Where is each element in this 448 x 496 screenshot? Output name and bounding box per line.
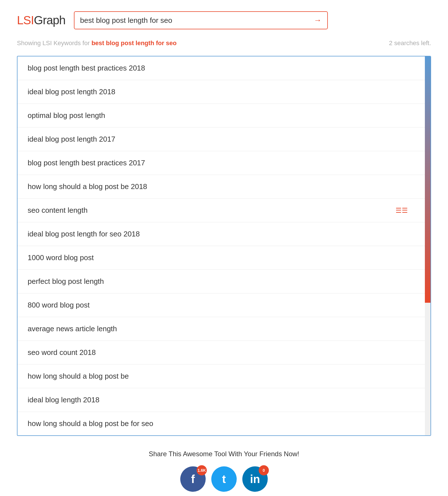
logo-lsi: LSI — [17, 14, 34, 27]
twitter-icon: t — [222, 473, 226, 486]
result-text: 800 word blog post — [28, 301, 416, 310]
list-item[interactable]: how long should a blog post be — [17, 365, 431, 388]
header: LSIGraph → — [17, 11, 431, 29]
result-text: optimal blog post length — [28, 111, 416, 120]
search-bar[interactable]: → — [74, 11, 328, 29]
linkedin-icon: in — [250, 473, 260, 486]
list-item[interactable]: 800 word blog post — [17, 293, 431, 317]
subtitle-text: Showing LSI Keywords for best blog post … — [17, 39, 177, 47]
facebook-badge: 1.6K — [197, 465, 207, 475]
result-text: 1000 word blog post — [28, 253, 416, 262]
result-text: perfect blog post length — [28, 277, 416, 286]
list-item[interactable]: optimal blog post length — [17, 104, 431, 128]
result-text: blog post length best practices 2017 — [28, 159, 416, 167]
list-item[interactable]: ideal blog post length for seo 2018 — [17, 222, 431, 246]
scrollbar-thumb[interactable] — [425, 56, 431, 303]
list-item[interactable]: ideal blog post length 2017 — [17, 128, 431, 151]
subtitle-keyword: best blog post length for seo — [91, 39, 177, 47]
result-text: ideal blog post length for seo 2018 — [28, 230, 416, 238]
list-item[interactable]: blog post length best practices 2017 — [17, 151, 431, 175]
result-text: seo content length — [28, 206, 396, 215]
result-text: ideal blog post length 2017 — [28, 135, 416, 144]
result-text: how long should a blog post be for seo — [28, 419, 416, 428]
search-input[interactable] — [80, 16, 314, 25]
search-submit-icon[interactable]: → — [314, 16, 322, 25]
share-title: Share This Awesome Tool With Your Friend… — [17, 450, 431, 458]
result-text: ideal blog post length 2018 — [28, 87, 416, 96]
result-text: seo word count 2018 — [28, 348, 416, 357]
list-icon[interactable]: ☰☰ — [396, 207, 408, 214]
list-item[interactable]: how long should a blog post be for seo — [17, 412, 431, 435]
results-list: blog post length best practices 2018idea… — [17, 56, 431, 435]
linkedin-badge: 0 — [259, 465, 269, 475]
list-item[interactable]: blog post length best practices 2018 — [17, 56, 431, 80]
list-item[interactable]: seo content length☰☰ — [17, 199, 431, 222]
results-container: blog post length best practices 2018idea… — [17, 56, 431, 436]
list-item[interactable]: seo word count 2018 — [17, 341, 431, 365]
list-item[interactable]: average news article length — [17, 317, 431, 341]
list-item[interactable]: 1000 word blog post — [17, 246, 431, 270]
list-item[interactable]: ideal blog length 2018 — [17, 388, 431, 412]
scrollbar-track[interactable] — [425, 56, 431, 435]
list-item[interactable]: how long should a blog post be 2018 — [17, 175, 431, 199]
subtitle-prefix: Showing LSI Keywords for — [17, 39, 91, 47]
list-item[interactable]: perfect blog post length — [17, 270, 431, 293]
logo: LSIGraph — [17, 14, 65, 27]
searches-left: 2 searches left. — [389, 39, 431, 47]
result-text: average news article length — [28, 324, 416, 333]
facebook-icon: f — [191, 473, 195, 486]
share-button-linkedin[interactable]: in0 — [242, 466, 268, 492]
list-item[interactable]: ideal blog post length 2018 — [17, 80, 431, 104]
result-text: ideal blog length 2018 — [28, 396, 416, 404]
share-buttons: f1.6Ktin0 — [17, 466, 431, 492]
result-text: how long should a blog post be 2018 — [28, 182, 416, 191]
share-button-twitter[interactable]: t — [211, 466, 237, 492]
result-text: how long should a blog post be — [28, 372, 416, 381]
subtitle: Showing LSI Keywords for best blog post … — [17, 39, 431, 47]
share-button-facebook[interactable]: f1.6K — [180, 466, 206, 492]
logo-graph: Graph — [34, 14, 65, 27]
result-text: blog post length best practices 2018 — [28, 64, 416, 73]
share-section: Share This Awesome Tool With Your Friend… — [17, 450, 431, 492]
